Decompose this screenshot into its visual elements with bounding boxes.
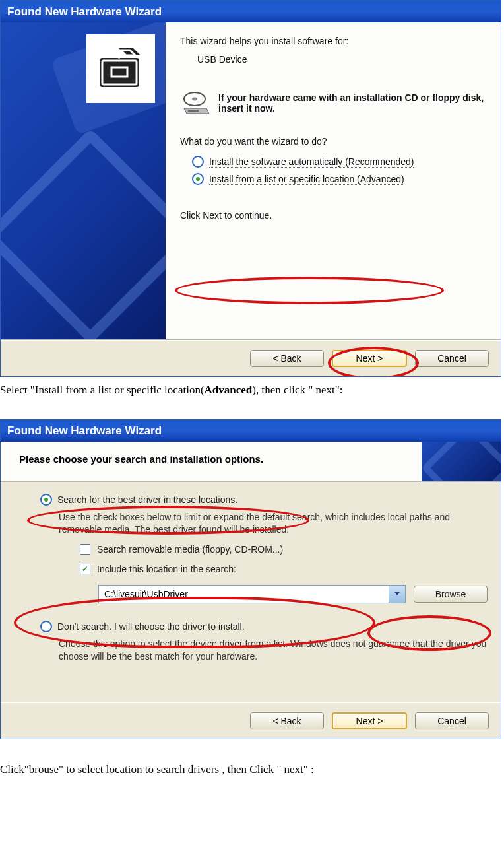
content-panel: This wizard helps you install software f…	[166, 22, 501, 339]
radio-label: Install the software automatically (Reco…	[209, 156, 414, 168]
wizard-dialog-2: Found New Hardware Wizard Please choose …	[0, 419, 501, 739]
dont-subtext: Choose this option to select the device …	[27, 636, 488, 669]
svg-line-5	[106, 48, 117, 57]
wizard-question: What do you want the wizard to do?	[180, 136, 486, 147]
button-bar: < Back Next > Cancel	[1, 702, 501, 739]
checkbox-icon	[80, 544, 90, 555]
caption-1: Select "Install from a list or specific …	[0, 381, 504, 402]
insert-cd-text: If your hardware came with an installati…	[218, 92, 486, 114]
radio-icon	[192, 173, 204, 185]
back-button[interactable]: < Back	[250, 350, 324, 367]
header-graphic	[422, 442, 501, 481]
checkbox-include-location[interactable]: Include this location in the search:	[27, 562, 488, 577]
browse-button[interactable]: Browse	[414, 586, 488, 603]
radio-install-auto[interactable]: Install the software automatically (Reco…	[180, 154, 486, 169]
intro-text: This wizard helps you install software f…	[180, 36, 486, 46]
radio-dont-search[interactable]: Don't search. I will choose the driver t…	[27, 619, 488, 634]
install-box-icon	[86, 34, 155, 103]
window-title: Found New Hardware Wizard	[7, 5, 162, 18]
cancel-button[interactable]: Cancel	[415, 350, 489, 367]
dropdown-button[interactable]	[389, 586, 405, 603]
checkbox-label: Include this location in the search:	[97, 564, 236, 574]
next-button[interactable]: Next >	[332, 712, 407, 729]
caption-2: Click"brouse" to select location to sear…	[0, 761, 504, 782]
radio-search-best[interactable]: Search for the best driver in these loca…	[27, 492, 488, 507]
checkbox-label: Search removable media (floppy, CD-ROM..…	[97, 544, 283, 555]
wizard-dialog-1: Found New Hardware Wizard	[0, 0, 501, 377]
body-panel: Search for the best driver in these loca…	[1, 482, 501, 702]
svg-rect-0	[100, 58, 139, 87]
radio-install-advanced[interactable]: Install from a list or specific location…	[180, 172, 486, 186]
radio-icon	[40, 621, 52, 632]
back-button[interactable]: < Back	[250, 712, 324, 729]
location-path-input[interactable]	[99, 589, 389, 599]
button-bar: < Back Next > Cancel	[1, 340, 501, 376]
search-subtext: Use the check boxes below to limit or ex…	[27, 510, 488, 543]
location-path-combo[interactable]	[98, 585, 406, 603]
radio-label: Don't search. I will choose the driver t…	[57, 621, 245, 632]
page-heading: Please choose your search and installati…	[1, 442, 422, 478]
device-name: USB Device	[180, 54, 486, 65]
radio-label: Install from a list or specific location…	[209, 174, 404, 185]
click-next-text: Click Next to continue.	[180, 210, 486, 220]
radio-label: Search for the best driver in these loca…	[57, 494, 237, 505]
titlebar: Found New Hardware Wizard	[1, 420, 501, 442]
header-bar: Please choose your search and installati…	[1, 442, 501, 482]
svg-point-8	[192, 98, 197, 101]
titlebar: Found New Hardware Wizard	[1, 1, 501, 22]
radio-icon	[40, 494, 52, 506]
cancel-button[interactable]: Cancel	[415, 712, 489, 729]
svg-rect-9	[188, 110, 199, 112]
window-title: Found New Hardware Wizard	[7, 424, 162, 438]
radio-icon	[192, 156, 204, 168]
cd-floppy-icon	[180, 90, 212, 116]
next-button[interactable]: Next >	[332, 350, 407, 367]
checkbox-icon	[80, 564, 90, 574]
side-graphic-panel	[1, 22, 166, 339]
checkbox-removable-media[interactable]: Search removable media (floppy, CD-ROM..…	[27, 543, 488, 557]
